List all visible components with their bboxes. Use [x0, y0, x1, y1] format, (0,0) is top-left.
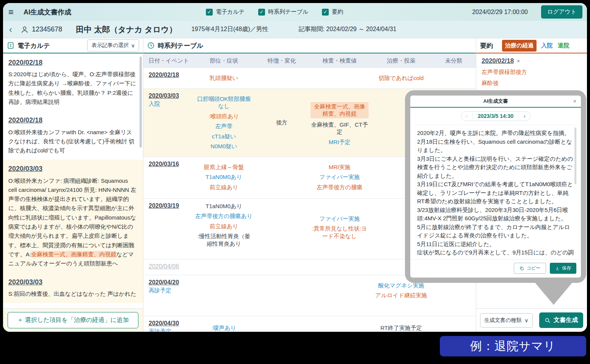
app-title: AI生成文書作成	[24, 8, 71, 17]
logout-button[interactable]: ログアウト	[541, 5, 582, 19]
karte-panel: 電子カルテ 表示記事の選択 ∨ 2020/02/18 S:2020年はじめ頃から…	[3, 38, 143, 332]
symptom-tag[interactable]: 前立線あり	[195, 223, 253, 230]
close-icon[interactable]: ×	[573, 98, 576, 104]
test-tag[interactable]: ファイバー実施	[311, 173, 369, 181]
tab-admission[interactable]: 入院	[540, 40, 553, 52]
symptom-tag[interactable]: :嗄声あり	[212, 325, 236, 331]
karte-note-selected[interactable]: 2020/03/03 S:前回の検査後、出血などはなかった 声はかれた	[3, 273, 143, 303]
search-icon	[544, 317, 551, 323]
note-date[interactable]: 2020/03/03	[8, 277, 42, 288]
example-caption-banner: 例：退院サマリ	[440, 336, 586, 356]
checkbox-timeline[interactable]: ✓ 時系列テーブル	[258, 8, 308, 16]
menu-icon[interactable]: ≡	[8, 7, 21, 17]
symptom-tag[interactable]: T1aN0M0あり	[195, 173, 253, 181]
version-timestamp: 2023/3/5 14:30	[472, 111, 519, 121]
row-date[interactable]: 2020/04/20	[149, 279, 179, 286]
karte-footer: ＋ 選択した項目を「治療の経過」に追加	[3, 308, 143, 332]
symptom-tag[interactable]: cT1a疑い	[195, 133, 253, 140]
row-event[interactable]: 再診予定	[149, 287, 171, 293]
checkbox-checked-icon[interactable]: ✓	[322, 9, 329, 16]
summary-item[interactable]: 左声帯膜様部後方	[482, 69, 582, 76]
col-header-date: 日付・イベント	[143, 57, 193, 64]
col-header-feature: 特徴・変化	[255, 57, 308, 64]
treatment-tag[interactable]: RT終了実施予定	[380, 325, 422, 331]
checkbox-karte[interactable]: ✓ 電子カルテ	[206, 8, 245, 16]
symptom-tag[interactable]: 左声帯後方の腫瘍あり	[195, 212, 253, 220]
symptom-tag[interactable]: 左声帯	[195, 122, 253, 130]
row-date[interactable]: 2020/04/30	[149, 320, 179, 327]
symptom-tag[interactable]: 口腔咽頭OK頸部腫瘤なし	[195, 95, 253, 110]
note-body: S:2020年はじめ頃から、嗄声。O:左声帯膜様部後方に隆起生病変あり →喉麻酔…	[8, 71, 136, 105]
close-icon[interactable]: ×	[517, 58, 520, 64]
test-tag-highlighted[interactable]: 全麻検査一式、画像精査、内視鏡	[311, 102, 369, 118]
row-date[interactable]: 2020/02/18	[149, 72, 179, 78]
clock-icon	[147, 42, 155, 49]
popup-title-bar: AI生成文書 ×	[410, 96, 581, 108]
copy-button[interactable]: コピー	[514, 263, 546, 274]
checkbox-checked-icon[interactable]: ✓	[206, 9, 213, 16]
karte-note[interactable]: 2020/02/18 S:2020年はじめ頃から、嗄声。O:左声帯膜様部後方に隆…	[3, 53, 143, 111]
symptom-tag[interactable]: :慢性活動性胃炎（萎縮性胃炎あり	[195, 232, 253, 247]
symptom-tag[interactable]: 前立線あり	[195, 184, 253, 191]
timeline-row[interactable]: 2020/04/30 再診予定 :嗄声あり RT終了実施予定	[143, 316, 476, 332]
generate-document-button[interactable]: 文書生成	[539, 312, 583, 328]
checkbox-summary-label: 要約	[332, 8, 343, 16]
row-date[interactable]: 2020/03/16	[149, 161, 179, 168]
popup-version-nav: ‹ 2023/3/5 14:30 ›	[410, 111, 581, 121]
summary-panel-header: 要約 治療の経過 入院 退院	[476, 38, 587, 53]
summary-item[interactable]: 麻酔後	[482, 80, 582, 87]
symptom-tag[interactable]: 乳頭腫疑い	[195, 74, 253, 82]
symptom-tag[interactable]: 眼窩上縁～骨盤	[195, 163, 253, 171]
test-tag[interactable]: MRI予定	[311, 138, 369, 146]
row-date[interactable]: 2020/03/19	[149, 202, 179, 209]
treatment-tag[interactable]: 切除であればcold	[373, 74, 429, 82]
popup-scrollbar[interactable]	[574, 127, 576, 184]
row-event[interactable]: 再診予定	[149, 328, 171, 332]
karte-note-selected[interactable]: 2020/03/03 O:喉頭外来カンファ: 病理組織診断: Squamous …	[3, 160, 143, 273]
timeline-row[interactable]: 2020/02/18 乳頭腫疑い 切除であればcold	[143, 68, 476, 89]
test-tag[interactable]: 左声帯後方の腫瘍	[311, 184, 369, 191]
timeline-panel-header: 時系列テーブル	[143, 38, 476, 53]
tab-discharge[interactable]: 退院	[557, 40, 570, 52]
symptom-tag[interactable]: :喉頭癌あり	[195, 113, 253, 120]
patient-birth-info: 1975年4月12日(48歳)／男性	[191, 25, 268, 33]
tab-treatment-course[interactable]: 治療の経過	[502, 40, 537, 52]
popup-body-area[interactable]: 2020年2月、嗄声を主訴に来院。声帯の隆起性病変を指摘。 2月18日に生検を行…	[415, 125, 576, 257]
row-date[interactable]: 2020/03/03	[149, 93, 179, 99]
top-bar: ≡ AI生成文書作成 ✓ 電子カルテ ✓ 時系列テーブル ✓ 要約 2024/0…	[3, 3, 587, 21]
summary-entry-date[interactable]: 2020/02/18	[482, 57, 514, 64]
patient-name: 田中 太郎（タナカ タロウ）	[76, 24, 177, 35]
next-version-icon[interactable]: ›	[519, 111, 530, 121]
current-datetime: 2024/02/29 17:00:00	[472, 9, 528, 16]
checkbox-timeline-label: 時系列テーブル	[268, 8, 308, 16]
note-date[interactable]: 2020/02/18	[8, 57, 42, 68]
symptom-tag[interactable]: N0M0疑い	[195, 143, 253, 150]
add-to-course-button[interactable]: ＋ 選択した項目を「治療の経過」に追加	[8, 312, 138, 328]
save-button[interactable]: 保存	[550, 263, 576, 274]
popup-pointer-tail	[534, 281, 573, 305]
summary-panel-title: 要約	[480, 41, 493, 50]
karte-scrollbar[interactable]	[140, 56, 142, 147]
karte-note[interactable]: 2020/02/18 O:喉頭外来後カンファwith Dr. <name> 全麻…	[3, 111, 143, 160]
test-tag[interactable]: ファイバー実施	[311, 215, 369, 223]
doc-type-dropdown[interactable]: 生成文書の種類 ∨	[480, 313, 533, 328]
karte-note-list[interactable]: 2020/02/18 S:2020年はじめ頃から、嗄声。O:左声帯膜様部後方に隆…	[3, 53, 143, 308]
row-event[interactable]: 入院	[149, 100, 160, 107]
test-tag[interactable]: MRI実施	[311, 163, 369, 171]
note-body: S:前回の検査後、出血などはなかった 声はかれた	[8, 290, 137, 297]
test-tag[interactable]: :異常所見なし性状:ヨード不染なし	[311, 225, 369, 240]
row-date[interactable]: 2020/04/06	[149, 263, 179, 270]
checkbox-summary[interactable]: ✓ 要約	[322, 8, 343, 16]
feature-tag[interactable]: 後方	[276, 119, 287, 126]
note-body: O:喉頭外来カンファ: 病理組織診断: Squamous cell carcin…	[8, 177, 137, 257]
symptom-tag[interactable]: T1aN0M0あり	[195, 202, 253, 210]
panel-toggle-group: ✓ 電子カルテ ✓ 時系列テーブル ✓ 要約	[206, 8, 343, 16]
back-icon[interactable]: ‹	[9, 25, 12, 34]
note-date[interactable]: 2020/02/18	[8, 115, 42, 126]
note-date[interactable]: 2020/03/03	[8, 163, 42, 174]
treatment-tag[interactable]: アルロイド継続実施	[373, 292, 429, 299]
prev-version-icon[interactable]: ‹	[461, 111, 472, 121]
test-tag[interactable]: 全麻検査、GIF、CT予定	[311, 121, 369, 136]
checkbox-checked-icon[interactable]: ✓	[258, 9, 265, 16]
article-filter-dropdown[interactable]: 表示記事の選択 ∨	[87, 39, 139, 52]
